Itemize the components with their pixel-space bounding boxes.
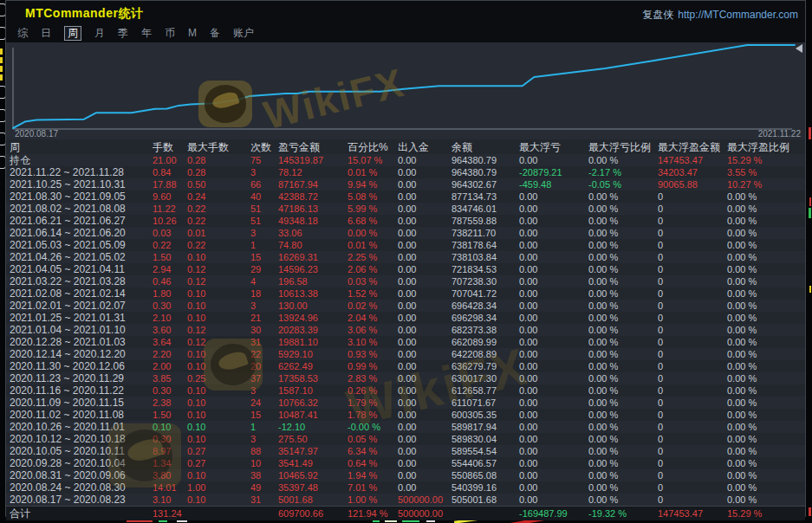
menu-item-币[interactable]: 币 [165,27,175,40]
table-cell: 0.00 % [588,227,658,239]
table-cell: 87167.94 [278,178,348,190]
table-row[interactable]: 2021.08.02 ~ 2021.08.0811.220.225147186.… [6,203,805,215]
mtcommander-stats-window: MTCommander统计 复盘侠http://MTCommander.com … [5,0,806,517]
table-cell: 0.01 % [348,166,398,178]
table-row[interactable]: 2021.04.05 ~ 2021.04.112.940.122914596.2… [6,263,805,275]
table-cell: 0 [658,312,727,324]
table-cell: 0.12 [187,324,250,336]
table-cell: 持仓 [10,154,153,166]
column-header: 手数 [153,141,187,154]
table-cell: 35147.97 [278,445,348,457]
table-cell: 40 [250,190,278,203]
table-cell: 2020.11.02 ~ 2020.11.08 [10,409,153,421]
table-row[interactable]: 2021.03.22 ~ 2021.03.280.460.124196.580.… [6,275,805,287]
table-cell: 1 [250,239,278,251]
table-cell: 0 [658,348,727,360]
table-cell: 0 [658,203,727,215]
menu-item-账户[interactable]: 账户 [233,27,254,40]
table-cell: 554406.57 [451,457,519,469]
chart-edge-arrow-icon[interactable] [796,44,802,53]
table-cell: 1587.10 [278,384,348,397]
table-cell: 0.00 % [588,348,658,360]
table-cell: 0.00 % [727,239,805,251]
table-cell: 0.00 [398,251,451,263]
table-cell: 0.00 [398,457,451,469]
table-cell: 2.06 % [348,263,398,275]
menu-item-M[interactable]: M [188,27,197,40]
menu-item-备[interactable]: 备 [210,27,220,40]
table-cell: 0.00 % [348,227,398,239]
table-cell: 0.00 [398,190,451,203]
table-cell: 0.00 [519,336,588,348]
table-row[interactable]: 2021.11.22 ~ 2021.11.280.840.28378.120.0… [6,166,805,178]
table-row[interactable]: 2020.12.14 ~ 2020.12.202.200.10225929.10… [6,348,805,360]
brand-name: 复盘侠 [642,9,673,21]
table-cell: 33.06 [278,227,348,239]
table-cell: 0.00 % [727,384,805,397]
table-cell: -12.10 [278,421,348,433]
table-cell: 0.00 % [588,324,658,336]
background-candle-mark [809,197,811,206]
table-row[interactable]: 2021.10.25 ~ 2021.10.3117.880.506687167.… [6,178,805,190]
background-toolbar-mark [0,48,3,55]
table-row[interactable]: 2020.08.17 ~ 2020.08.233.100.10315001.68… [6,494,805,506]
table-cell: 15.07 % [348,154,398,166]
table-cell: 0 [658,457,727,469]
table-cell: -459.48 [519,178,588,190]
menu-item-月[interactable]: 月 [94,27,105,40]
table-cell: 0 [658,251,727,263]
brand-url-link[interactable]: http://MTCommander.com [678,9,798,21]
table-row[interactable]: 持仓21.000.2875145319.8715.07 %0.00964380.… [6,154,805,166]
table-cell: 0.00 % [588,372,658,384]
table-row[interactable]: 2021.06.14 ~ 2021.06.200.030.01333.060.0… [6,227,805,239]
table-cell: 0.10 [187,287,250,300]
table-row[interactable]: 2021.02.08 ~ 2021.02.141.800.101810613.3… [6,287,805,300]
table-cell: 2.38 [153,397,187,409]
background-candle-mark [809,507,811,516]
menu-item-周[interactable]: 周 [64,26,81,41]
table-cell: 10.26 [153,215,187,227]
table-cell: 2020.12.14 ~ 2020.12.20 [10,348,153,360]
table-row[interactable]: 2021.04.26 ~ 2021.05.021.500.101516269.3… [6,251,805,263]
table-cell: 0 [658,360,727,372]
table-cell: 1.00 % [348,494,398,506]
table-cell: 2021.04.26 ~ 2021.05.02 [10,251,153,263]
table-cell: 0.00 [519,348,588,360]
table-cell: 10487.41 [278,409,348,421]
table-cell: 0 [658,445,727,457]
table-cell: 0.00 [519,239,588,251]
menu-item-年[interactable]: 年 [141,27,152,40]
menu-item-季[interactable]: 季 [118,27,128,40]
table-row[interactable]: 2021.06.21 ~ 2021.06.2710.260.225149348.… [6,215,805,227]
background-candle-mark [809,127,811,139]
table-cell: 0.00 % [588,154,658,166]
table-cell: 3.10 % [348,336,398,348]
menu-bar: 综日周月季年币M备账户 [17,25,254,42]
table-cell: 0.00 [519,360,588,372]
table-row[interactable]: 2020.12.28 ~ 2021.01.033.640.123119881.1… [6,336,805,348]
table-cell: 0 [658,300,727,312]
menu-item-综[interactable]: 综 [17,27,28,40]
table-cell: 0.50 [187,178,250,190]
table-cell: 0.00 % [727,433,805,445]
table-row[interactable]: 2021.01.25 ~ 2021.01.312.100.102113924.9… [6,312,805,324]
table-cell: 0.00 [519,203,588,215]
column-header: 百分比% [348,141,398,154]
background-toolbar-mark [0,57,3,63]
table-cell: 0.00 % [727,348,805,360]
table-cell: 0.00 % [588,300,658,312]
window-title-bar[interactable]: MTCommander统计 复盘侠http://MTCommander.com [6,1,805,25]
table-cell: 0.00 [398,154,451,166]
table-cell: 0.00 % [588,421,658,433]
table-row[interactable]: 2021.02.01 ~ 2021.02.070.300.103130.000.… [6,300,805,312]
background-candle-mark [809,286,811,293]
table-row[interactable]: 2021.01.04 ~ 2021.01.103.600.123020283.3… [6,324,805,336]
table-cell: 0 [658,481,727,494]
table-cell: 0.00 [398,287,451,300]
table-cell: 5.99 % [348,203,398,215]
table-row[interactable]: 2021.08.30 ~ 2021.09.059.600.244042388.7… [6,190,805,203]
table-cell: 738178.64 [451,239,519,251]
table-row[interactable]: 2021.05.03 ~ 2021.05.090.220.22174.800.0… [6,239,805,251]
table-cell: 550865.08 [451,469,519,481]
menu-item-日[interactable]: 日 [41,27,51,40]
